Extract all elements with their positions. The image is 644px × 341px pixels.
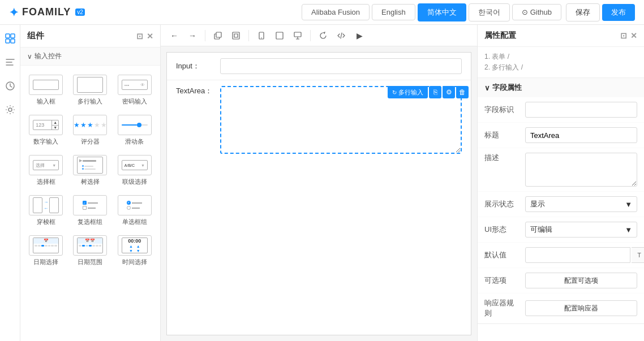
component-icon-checkbox: ✓ (73, 195, 107, 215)
component-icon-transfer: → ← (29, 195, 63, 215)
props-label-default: 默认值 (484, 250, 521, 260)
toolbar-mobile[interactable] (254, 28, 269, 44)
props-textarea-desc[interactable] (525, 153, 637, 187)
component-date-range[interactable]: 📅📅 日期范围 (68, 231, 112, 271)
component-radio[interactable]: 单选框组 (113, 191, 157, 231)
chevron-down-icon: ∨ (27, 53, 32, 61)
component-label-time: 时间选择 (122, 258, 147, 266)
svg-rect-12 (294, 32, 301, 37)
component-icon-textarea (73, 75, 107, 95)
props-breadcrumb: 1. 表单 / 2. 多行输入 / (478, 47, 644, 78)
svg-rect-8 (233, 32, 239, 39)
pin-icon[interactable]: ⊡ (136, 32, 143, 41)
panel-header-actions: ⊡ ✕ (136, 32, 153, 41)
breadcrumb-item-2: 2. 多行输入 / (484, 62, 637, 73)
props-input-default[interactable] (525, 247, 630, 263)
component-icon-password: ••• 👁 (118, 75, 152, 95)
left-icon-outline[interactable] (2, 54, 18, 70)
toolbar-divider-1 (205, 30, 205, 41)
props-btn-responder[interactable]: 配置响应器 (525, 300, 637, 316)
left-icon-components[interactable] (2, 31, 18, 46)
toolbar-redo[interactable]: → (184, 28, 200, 44)
props-label-desc: 描述 (484, 153, 521, 163)
toolbar-code[interactable] (333, 28, 349, 44)
close-panel-icon[interactable]: ✕ (147, 32, 153, 41)
toolbar-preview[interactable]: ▶ (351, 28, 367, 44)
props-row-identifier: 字段标识 (478, 97, 644, 123)
component-label-checkbox: 复选框组 (78, 218, 102, 226)
svg-rect-3 (11, 39, 15, 43)
component-checkbox[interactable]: ✓ 复选框组 (68, 191, 112, 231)
props-row-responder: 响应器规则 配置响应器 (478, 293, 644, 323)
toolbar-resize[interactable] (228, 28, 244, 44)
textarea-settings-icon[interactable]: ⚙ (443, 86, 455, 98)
component-time[interactable]: 00:00 ▲ ▲ ▼ ▼ 时间选择 (113, 231, 157, 271)
props-label-options: 可选项 (484, 275, 521, 286)
toolbar-copy[interactable] (210, 28, 226, 44)
component-icon-date-range: 📅📅 (73, 235, 107, 256)
props-btn-options[interactable]: 配置可选项 (525, 273, 637, 288)
component-tree-select[interactable]: ▶ 树选择 (68, 150, 112, 191)
component-select[interactable]: 选择 ▼ 选择框 (24, 150, 68, 191)
component-label-textarea: 多行输入 (78, 97, 102, 106)
component-transfer[interactable]: → ← 穿梭框 (24, 191, 68, 231)
save-button[interactable]: 保存 (566, 3, 600, 21)
tab-korean[interactable]: 한국어 (469, 3, 510, 21)
props-section-title[interactable]: ∨ 字段属性 (478, 78, 644, 97)
group-input-controls[interactable]: ∨ 输入控件 (20, 48, 160, 66)
tab-chinese[interactable]: 简体中文 (418, 3, 466, 21)
tab-alibaba[interactable]: Alibaba Fusion (302, 4, 370, 20)
canvas-textarea-row: TextArea： ↻ 多行输入 ⎘ ⚙ 🗑 (167, 80, 471, 159)
canvas-toolbar: ← → ▶ (161, 25, 477, 46)
textarea-copy-icon[interactable]: ⎘ (429, 86, 441, 98)
props-input-identifier[interactable] (525, 102, 637, 118)
component-label-tree-select: 树选择 (81, 178, 100, 186)
textarea-multiline-btn[interactable]: ↻ 多行输入 (388, 86, 428, 98)
textarea-toolbar: ↻ 多行输入 ⎘ ⚙ 🗑 (388, 86, 469, 98)
props-close-icon[interactable]: ✕ (630, 31, 637, 40)
component-cascade[interactable]: A/B/C ▼ 联级选择 (113, 150, 157, 191)
tab-english[interactable]: English (372, 4, 415, 20)
toolbar-undo[interactable]: ← (166, 28, 182, 44)
props-row-options: 可选项 配置可选项 (478, 268, 644, 293)
component-number[interactable]: 123 ▲ ▼ 数字输入 (24, 110, 68, 150)
component-icon-rating: ★ ★ ★ ★ ★ (73, 115, 107, 135)
canvas-input-field[interactable] (220, 58, 462, 74)
props-input-title[interactable] (525, 127, 637, 143)
props-input-type-btn[interactable]: T (632, 247, 644, 263)
props-pin-icon[interactable]: ⊡ (620, 31, 627, 40)
left-icon-settings[interactable] (2, 102, 18, 118)
left-icon-history[interactable] (2, 78, 18, 94)
panel-header: 组件 ⊡ ✕ (20, 25, 160, 48)
component-label-date: 日期选择 (33, 258, 58, 266)
component-label-input: 输入框 (37, 97, 55, 106)
canvas-page: Input： TextArea： ↻ 多行输入 ⎘ ⚙ 🗑 (166, 52, 471, 335)
props-row-ui-mode: UI形态 可编辑 ▼ (478, 217, 644, 243)
props-select-display[interactable]: 显示 ▼ (525, 196, 637, 212)
component-date[interactable]: 📅 日期选择 (24, 231, 68, 271)
component-slider[interactable]: 滑动条 (113, 110, 157, 150)
component-rating[interactable]: ★ ★ ★ ★ ★ 评分器 (68, 110, 112, 150)
component-password[interactable]: ••• 👁 密码输入 (113, 70, 157, 110)
toolbar-refresh[interactable] (315, 28, 331, 44)
breadcrumb-item-1: 1. 表单 / (484, 51, 637, 62)
component-icon-radio (118, 195, 152, 215)
component-textarea[interactable]: 多行输入 (68, 70, 112, 110)
tab-github[interactable]: ⊙ Github (512, 4, 561, 20)
props-title: 属性配置 (484, 31, 516, 41)
props-header-actions: ⊡ ✕ (620, 31, 637, 40)
canvas-textarea-label: TextArea： (176, 86, 216, 96)
component-panel: 组件 ⊡ ✕ ∨ 输入控件 输入框 (20, 25, 161, 341)
props-select-ui-mode[interactable]: 可编辑 ▼ (525, 222, 637, 238)
component-label-cascade: 联级选择 (122, 178, 147, 186)
properties-panel: 属性配置 ⊡ ✕ 1. 表单 / 2. 多行输入 / ∨ 字段属性 字段标识 标… (477, 25, 644, 341)
component-input[interactable]: 输入框 (24, 70, 68, 110)
textarea-delete-icon[interactable]: 🗑 (456, 86, 469, 98)
toolbar-tablet[interactable] (272, 28, 287, 44)
toolbar-desktop[interactable] (290, 28, 306, 44)
component-icon-date: 📅 (29, 235, 63, 256)
props-label-title: 标题 (484, 130, 521, 140)
publish-button[interactable]: 发布 (602, 4, 635, 21)
chevron-down-icon: ∨ (484, 84, 490, 92)
component-label-number: 数字输入 (33, 137, 58, 146)
